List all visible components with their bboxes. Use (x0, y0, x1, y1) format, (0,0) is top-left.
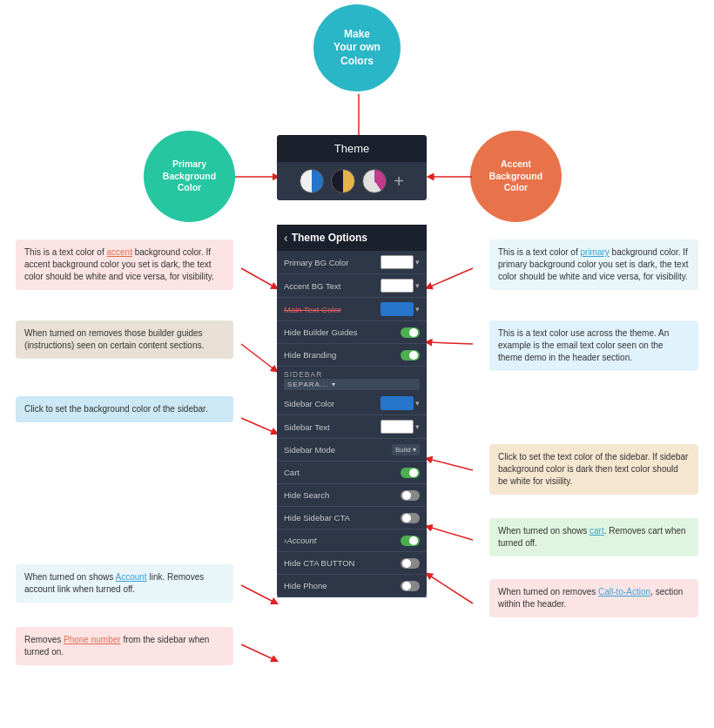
annotation-right-sidebar-text: Click to set the text color of the sideb… (489, 444, 698, 495)
primary-bg-color-row: Primary BG Color ▾ (277, 251, 427, 274)
accent-bg-label: Accent BG Text (284, 281, 381, 291)
swatch-2[interactable] (331, 169, 355, 193)
main-text-label: Main Text Color (284, 305, 381, 314)
main-text-desc: This is a text color use across the them… (498, 328, 669, 362)
theme-panel-header: Theme (277, 135, 427, 162)
accent-line1: Accent (489, 158, 542, 171)
hide-sidebar-cta-toggle[interactable] (401, 513, 420, 523)
theme-panel: Theme + (277, 135, 427, 200)
accent-bg-arrow[interactable]: ▾ (415, 281, 420, 290)
primary-bg-color-swatch[interactable] (381, 255, 414, 269)
options-panel-header: ‹ Theme Options (277, 225, 427, 251)
primary-line3: Color (163, 182, 216, 194)
hide-branding-label: Hide Branding (284, 350, 401, 360)
sidebar-mode-row: Sidebar Mode Build ▾ (277, 439, 427, 462)
sidebar-text-row: Sidebar Text ▾ (277, 415, 427, 439)
sidebar-mode-select[interactable]: Build ▾ (392, 444, 420, 455)
primary-line2: Background (163, 171, 216, 183)
account-label: ›Account (284, 536, 401, 545)
hide-phone-toggle[interactable] (401, 581, 420, 591)
primary-bg-arrow[interactable]: ▾ (415, 258, 420, 266)
sidebar-mode-label: Sidebar Mode (284, 445, 392, 455)
sidebar-text-label: Sidebar Text (284, 422, 381, 432)
hide-search-row: Hide Search (277, 484, 427, 507)
main-text-arrow[interactable]: ▾ (415, 305, 420, 313)
hide-cta-button-row: Hide CTA BUTTON (277, 552, 427, 575)
primary-bg-bubble: Primary Background Color (144, 131, 235, 222)
annotation-right-cart: When turned on shows cart. Removes cart … (489, 518, 698, 556)
main-text-color-swatch[interactable] (381, 302, 414, 316)
make-colors-line1: Make (333, 28, 381, 42)
swatch-3[interactable] (362, 169, 387, 193)
sidebar-bg-text: Click to set the background color of the… (24, 404, 208, 414)
sidebar-text-swatch[interactable] (381, 420, 414, 434)
primary-underline: primary (580, 247, 609, 257)
hide-builder-guides-row: Hide Builder Guides (277, 321, 427, 344)
hide-sidebar-cta-row: Hide Sidebar CTA (277, 507, 427, 529)
swatch-1[interactable] (300, 169, 324, 193)
cart-label: Cart (284, 468, 401, 477)
hide-phone-row: Hide Phone (277, 575, 427, 597)
annotation-left-sidebar: Click to set the background color of the… (16, 396, 233, 422)
hide-branding-toggle[interactable] (401, 350, 420, 361)
hide-cta-button-toggle[interactable] (401, 558, 420, 569)
options-panel-title: Theme Options (292, 232, 367, 244)
annotation-left-accent: This is a text color of accent backgroun… (16, 239, 233, 290)
cart-underline: cart (589, 526, 604, 536)
add-swatch-button[interactable]: + (394, 172, 404, 192)
cart-toggle[interactable] (401, 468, 420, 478)
sidebar-color-swatch[interactable] (381, 396, 414, 410)
make-colors-line2: Your own (333, 41, 381, 55)
sidebar-color-row: Sidebar Color ▾ (277, 392, 427, 415)
theme-panel-title: Theme (334, 142, 369, 155)
annotation-right-main: This is a text color use across the them… (489, 320, 698, 371)
annotation-left-account: When turned on shows Account link. Remov… (16, 564, 233, 603)
make-colors-line3: Colors (333, 55, 381, 69)
account-toggle[interactable] (401, 536, 420, 546)
primary-line1: Primary (163, 158, 216, 171)
make-colors-bubble: Make Your own Colors (313, 4, 401, 91)
account-underline: Account (116, 572, 147, 582)
annotation-left-phone: Removes Phone number from the sidebar wh… (16, 627, 233, 665)
sidebar-section-label: SIDEBAR Separa... ▾ (277, 367, 427, 392)
theme-swatches: + (277, 162, 427, 200)
account-row: ›Account (277, 529, 427, 552)
hide-sidebar-cta-label: Hide Sidebar CTA (284, 513, 401, 522)
hide-builder-toggle[interactable] (401, 327, 420, 338)
accent-bg-bubble: Accent Background Color (470, 131, 562, 222)
sidebar-text-desc: Click to set the text color of the sideb… (498, 452, 688, 486)
sidebar-color-arrow[interactable]: ▾ (415, 399, 420, 408)
annotation-right-primary: This is a text color of primary backgrou… (489, 239, 698, 290)
main-text-color-row: Main Text Color ▾ (277, 298, 427, 321)
accent-line2: Background (489, 171, 542, 183)
cta-underline: Call-to-Action (598, 587, 650, 597)
builder-guides-text: When turned on removes those builder gui… (24, 328, 204, 350)
hide-builder-label: Hide Builder Guides (284, 327, 401, 337)
hide-phone-label: Hide Phone (284, 581, 401, 590)
annotation-right-cta: When turned on removes Call-to-Action, s… (489, 579, 698, 617)
hide-cta-button-label: Hide CTA BUTTON (284, 558, 401, 568)
accent-underline: accent (106, 247, 131, 257)
options-panel: ‹ Theme Options Primary BG Color ▾ Accen… (277, 225, 427, 597)
primary-bg-label: Primary BG Color (284, 258, 381, 267)
accent-bg-color-swatch[interactable] (381, 279, 414, 293)
sidebar-text-arrow[interactable]: ▾ (415, 422, 420, 431)
hide-branding-row: Hide Branding (277, 344, 427, 367)
phone-underline: Phone number (64, 635, 121, 644)
cart-row: Cart (277, 462, 427, 484)
sidebar-select[interactable]: Separa... ▾ (284, 379, 420, 390)
hide-search-label: Hide Search (284, 490, 401, 500)
back-arrow-icon[interactable]: ‹ (284, 231, 288, 245)
accent-line3: Color (489, 182, 542, 194)
accent-bg-text-row: Accent BG Text ▾ (277, 274, 427, 298)
sidebar-color-label: Sidebar Color (284, 399, 381, 408)
annotation-left-builder: When turned on removes those builder gui… (16, 320, 233, 359)
hide-search-toggle[interactable] (401, 490, 420, 501)
